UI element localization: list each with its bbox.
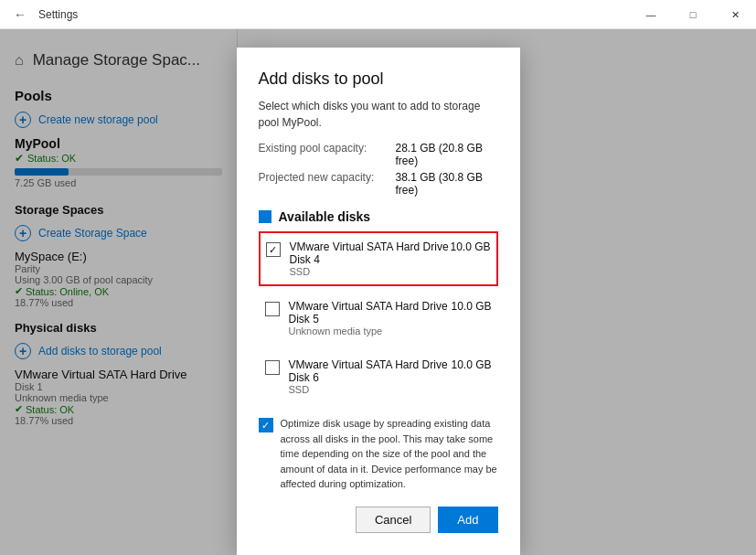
- projected-capacity-row: Projected new capacity: 38.1 GB (30.8 GB…: [259, 171, 498, 197]
- disk-info-3: VMware Virtual SATA Hard Drive10.0 GBDis…: [289, 358, 492, 395]
- dialog: Add disks to pool Select which disks you…: [237, 48, 520, 555]
- disk-type-1: SSD: [290, 266, 491, 277]
- close-button[interactable]: ✕: [714, 0, 756, 29]
- disk-size-2: 10.0 GB: [451, 300, 491, 313]
- existing-capacity-value: 28.1 GB (20.8 GB free): [396, 142, 498, 167]
- optimize-checkbox[interactable]: [259, 418, 273, 432]
- dialog-description: Select which disks you want to add to st…: [259, 98, 498, 131]
- available-disks-icon: [259, 210, 272, 223]
- cancel-button[interactable]: Cancel: [356, 507, 431, 533]
- disk-label-3: Disk 6: [289, 371, 492, 384]
- back-button[interactable]: ←: [7, 2, 33, 27]
- dialog-buttons: Cancel Add: [259, 507, 498, 533]
- disk-type-3: SSD: [289, 384, 492, 395]
- disk-item-2: VMware Virtual SATA Hard Drive10.0 GBDis…: [259, 292, 498, 345]
- disk-checkbox-2[interactable]: [265, 302, 280, 316]
- minimize-button[interactable]: —: [630, 0, 672, 29]
- projected-capacity-value: 38.1 GB (30.8 GB free): [396, 171, 498, 197]
- disk-checkbox-3[interactable]: [265, 360, 280, 375]
- optimize-row: Optimize disk usage by spreading existin…: [259, 416, 498, 492]
- disk-info-2: VMware Virtual SATA Hard Drive10.0 GBDis…: [289, 300, 492, 336]
- disk-drive-3: VMware Virtual SATA Hard Drive: [289, 358, 448, 371]
- disk-size-3: 10.0 GB: [451, 358, 491, 371]
- maximize-button[interactable]: □: [672, 0, 714, 29]
- disk-checkbox-1[interactable]: [266, 242, 281, 257]
- disk-label-1: Disk 4: [290, 253, 491, 266]
- disk-type-2: Unknown media type: [289, 326, 492, 336]
- optimize-text: Optimize disk usage by spreading existin…: [281, 416, 498, 492]
- disk-size-1: 10.0 GB: [450, 240, 490, 253]
- add-button[interactable]: Add: [438, 507, 497, 533]
- titlebar: ← Settings — □ ✕: [0, 0, 756, 29]
- disk-list: VMware Virtual SATA Hard Drive10.0 GBDis…: [259, 231, 498, 403]
- dialog-title: Add disks to pool: [259, 69, 498, 89]
- projected-capacity-label: Projected new capacity:: [259, 171, 396, 197]
- disk-label-2: Disk 5: [289, 313, 492, 326]
- existing-capacity-label: Existing pool capacity:: [259, 142, 396, 167]
- existing-capacity-row: Existing pool capacity: 28.1 GB (20.8 GB…: [259, 142, 498, 167]
- titlebar-title: Settings: [38, 8, 78, 21]
- disk-item-3: VMware Virtual SATA Hard Drive10.0 GBDis…: [259, 350, 498, 403]
- disk-drive-1: VMware Virtual SATA Hard Drive: [290, 240, 449, 253]
- disk-item-1: VMware Virtual SATA Hard Drive10.0 GBDis…: [259, 231, 498, 286]
- disk-drive-2: VMware Virtual SATA Hard Drive: [289, 300, 448, 313]
- dialog-overlay: Add disks to pool Select which disks you…: [0, 29, 756, 555]
- disk-info-1: VMware Virtual SATA Hard Drive10.0 GBDis…: [290, 240, 491, 277]
- available-disks-title: Available disks: [259, 209, 498, 224]
- window-controls: — □ ✕: [630, 0, 756, 29]
